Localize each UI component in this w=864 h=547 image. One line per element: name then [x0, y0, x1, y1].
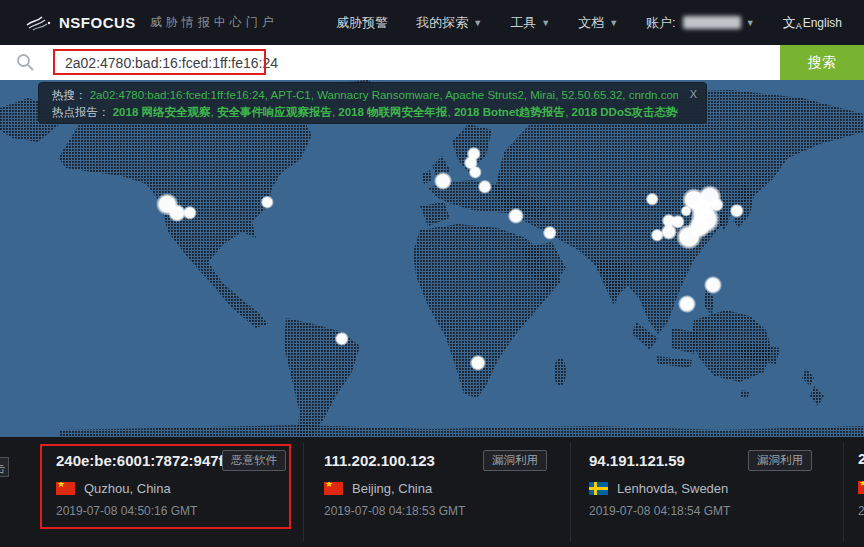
threat-marker: [261, 196, 274, 209]
ticker-divider: [843, 442, 844, 542]
nav-docs[interactable]: 文档▼: [578, 14, 618, 32]
portal-subtitle: 威胁情报中心门户: [150, 14, 278, 31]
search-input[interactable]: [65, 45, 625, 80]
threat-marker: [651, 229, 664, 242]
event-location: Quzhou, China: [84, 481, 171, 496]
hot-link[interactable]: 2018 Botnet趋势报告: [454, 106, 565, 118]
event-card-1[interactable]: 240e:be:6001:7872:947f:... 恶意软件 ★ Quzhou…: [56, 437, 286, 547]
nav-my-exploration[interactable]: 我的探索▼: [416, 14, 482, 32]
search-icon: [16, 53, 35, 72]
threat-marker: [434, 172, 452, 190]
threat-marker: [704, 276, 722, 294]
nav-tools[interactable]: 工具▼: [510, 14, 550, 32]
event-location: Beijing, China: [352, 481, 432, 496]
threat-world-map: 热搜： 2a02:4780:bad:16:fced:1ff:fe16:24, A…: [0, 80, 864, 437]
hot-link[interactable]: Apache Struts2: [445, 89, 524, 101]
event-card-2[interactable]: 111.202.100.123 漏洞利用 ★ Beijing, China 20…: [324, 437, 547, 547]
nsfocus-bird-icon: [26, 13, 52, 33]
event-ip[interactable]: 94.191.121.59: [589, 452, 685, 469]
flag-china-icon: ★: [858, 481, 864, 494]
event-card-4-partial[interactable]: 24 ★ 20: [858, 437, 864, 547]
logo[interactable]: NSFOCUS 威胁情报中心门户: [26, 13, 278, 33]
event-time: 2019-07-08 04:18:54 GMT: [589, 504, 730, 518]
search-button[interactable]: 搜索: [780, 45, 864, 80]
hot-search-links: 2a02:4780:bad:16:fced:1ff:fe16:24, APT-C…: [90, 89, 678, 101]
hot-link[interactable]: 2018 网络安全观察: [113, 106, 211, 118]
hot-search-label: 热搜：: [52, 89, 87, 101]
language-icon: 文A: [783, 14, 802, 32]
hot-link[interactable]: Mirai: [530, 89, 555, 101]
world-map-continents: [0, 80, 864, 437]
event-type-badge: 恶意软件: [222, 450, 286, 471]
hot-link[interactable]: APT-C1: [270, 89, 310, 101]
hot-link[interactable]: Wannacry Ransomware: [317, 89, 439, 101]
event-card-3[interactable]: 94.191.121.59 漏洞利用 Lenhovda, Sweden 2019…: [589, 437, 812, 547]
hot-report-links: 2018 网络安全观察, 安全事件响应观察报告, 2018 物联网安全年报, 2…: [113, 106, 678, 118]
threat-marker: [681, 206, 692, 217]
event-ip[interactable]: 240e:be:6001:7872:947f:...: [56, 452, 222, 469]
account-name-redacted: [683, 16, 741, 29]
ticker-divider: [570, 442, 571, 542]
event-type-badge: 漏洞利用: [748, 450, 812, 471]
nav-account[interactable]: 账户: ▼: [646, 14, 755, 32]
hot-link[interactable]: 安全事件响应观察报告: [217, 106, 332, 118]
flag-china-icon: ★: [56, 482, 75, 495]
event-ip[interactable]: 111.202.100.123: [324, 452, 435, 469]
flag-china-icon: ★: [324, 482, 343, 495]
partial-badge-left: 击: [0, 457, 9, 477]
main-nav: 威胁预警 我的探索▼ 工具▼ 文档▼ 账户: ▼ 文A English: [308, 14, 842, 32]
ticker-divider: [303, 442, 304, 542]
hot-reports-row: 热点报告： 2018 网络安全观察, 安全事件响应观察报告, 2018 物联网安…: [52, 104, 678, 121]
language-toggle[interactable]: 文A English: [783, 14, 842, 32]
hot-link[interactable]: cnrdn.com: [629, 89, 678, 101]
event-ticker: 击 240e:be:6001:7872:947f:... 恶意软件 ★ Quzh…: [0, 437, 864, 547]
chevron-down-icon: ▼: [541, 18, 550, 28]
event-ip[interactable]: 24: [858, 450, 864, 467]
chevron-down-icon: ▼: [609, 18, 618, 28]
hot-link[interactable]: 2a02:4780:bad:16:fced:1ff:fe16:24: [90, 89, 265, 101]
hot-search-row: 热搜： 2a02:4780:bad:16:fced:1ff:fe16:24, A…: [52, 87, 678, 104]
event-type-badge: 漏洞利用: [483, 450, 547, 471]
chevron-down-icon: ▼: [473, 18, 482, 28]
hot-link[interactable]: 52.50.65.32: [562, 89, 623, 101]
event-time: 2019-07-08 04:18:53 GMT: [324, 504, 465, 518]
hot-reports-label: 热点报告：: [52, 106, 110, 118]
flag-sweden-icon: [589, 482, 608, 495]
threat-marker: [469, 166, 482, 179]
search-bar: 搜索: [0, 45, 864, 80]
hot-search-panel: 热搜： 2a02:4780:bad:16:fced:1ff:fe16:24, A…: [38, 82, 707, 124]
threat-marker: [646, 193, 659, 206]
brand-name: NSFOCUS: [59, 14, 136, 31]
account-label: 账户:: [646, 14, 676, 32]
language-label: English: [803, 16, 842, 30]
event-time: 20: [858, 504, 864, 518]
header: NSFOCUS 威胁情报中心门户 威胁预警 我的探索▼ 工具▼ 文档▼ 账户: …: [0, 0, 864, 45]
nsfocus-portal: NSFOCUS 威胁情报中心门户 威胁预警 我的探索▼ 工具▼ 文档▼ 账户: …: [0, 0, 864, 547]
threat-marker: [678, 295, 696, 313]
chevron-down-icon: ▼: [746, 18, 755, 28]
hot-link[interactable]: 2018 DDoS攻击态势报告: [572, 106, 678, 118]
event-location: Lenhovda, Sweden: [617, 481, 728, 496]
hot-link[interactable]: 2018 物联网安全年报: [338, 106, 447, 118]
nav-threat-warning[interactable]: 威胁预警: [336, 14, 388, 32]
close-icon[interactable]: X: [690, 88, 697, 100]
event-time: 2019-07-08 04:50:16 GMT: [56, 504, 197, 518]
